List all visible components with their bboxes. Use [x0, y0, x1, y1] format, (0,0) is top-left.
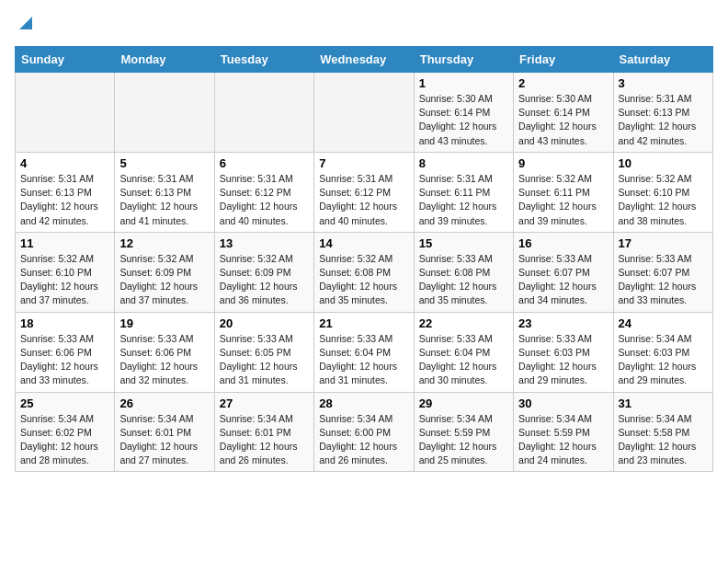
day-info: Sunrise: 5:32 AM Sunset: 6:09 PM Dayligh…: [119, 252, 209, 308]
day-number: 11: [20, 236, 109, 250]
day-info: Sunrise: 5:33 AM Sunset: 6:06 PM Dayligh…: [20, 332, 109, 388]
weekday-header-friday: Friday: [514, 47, 613, 73]
calendar-cell: 18Sunrise: 5:33 AM Sunset: 6:06 PM Dayli…: [16, 312, 115, 392]
logo-arrow-icon: [17, 15, 34, 35]
calendar-cell: 29Sunrise: 5:34 AM Sunset: 5:59 PM Dayli…: [414, 392, 513, 472]
day-number: 25: [20, 396, 109, 410]
page-header: [15, 15, 713, 35]
day-number: 7: [319, 156, 408, 170]
day-info: Sunrise: 5:33 AM Sunset: 6:08 PM Dayligh…: [419, 252, 508, 308]
weekday-header-saturday: Saturday: [613, 47, 712, 73]
day-info: Sunrise: 5:31 AM Sunset: 6:12 PM Dayligh…: [220, 172, 309, 228]
day-number: 31: [619, 396, 708, 410]
day-info: Sunrise: 5:31 AM Sunset: 6:12 PM Dayligh…: [319, 172, 408, 228]
week-row-2: 4Sunrise: 5:31 AM Sunset: 6:13 PM Daylig…: [16, 152, 713, 232]
calendar-cell: 21Sunrise: 5:33 AM Sunset: 6:04 PM Dayli…: [314, 312, 414, 392]
weekday-header-row: SundayMondayTuesdayWednesdayThursdayFrid…: [16, 47, 713, 73]
day-number: 27: [220, 396, 309, 410]
day-number: 18: [20, 316, 109, 330]
day-number: 8: [419, 156, 508, 170]
day-info: Sunrise: 5:33 AM Sunset: 6:06 PM Dayligh…: [119, 332, 209, 388]
calendar-cell: 3Sunrise: 5:31 AM Sunset: 6:13 PM Daylig…: [613, 73, 712, 153]
calendar-cell: 14Sunrise: 5:32 AM Sunset: 6:08 PM Dayli…: [314, 232, 414, 312]
day-info: Sunrise: 5:32 AM Sunset: 6:11 PM Dayligh…: [518, 172, 608, 228]
svg-marker-0: [19, 17, 32, 29]
day-number: 23: [518, 316, 608, 330]
calendar-cell: 7Sunrise: 5:31 AM Sunset: 6:12 PM Daylig…: [314, 152, 414, 232]
day-number: 29: [419, 396, 508, 410]
day-number: 6: [220, 156, 309, 170]
week-row-5: 25Sunrise: 5:34 AM Sunset: 6:02 PM Dayli…: [16, 392, 713, 472]
weekday-header-sunday: Sunday: [16, 47, 115, 73]
calendar-cell: 10Sunrise: 5:32 AM Sunset: 6:10 PM Dayli…: [613, 152, 712, 232]
calendar-cell: 17Sunrise: 5:33 AM Sunset: 6:07 PM Dayli…: [613, 232, 712, 312]
day-info: Sunrise: 5:34 AM Sunset: 6:03 PM Dayligh…: [619, 332, 708, 388]
day-info: Sunrise: 5:32 AM Sunset: 6:08 PM Dayligh…: [319, 252, 408, 308]
calendar-cell: 25Sunrise: 5:34 AM Sunset: 6:02 PM Dayli…: [16, 392, 115, 472]
calendar-cell: 27Sunrise: 5:34 AM Sunset: 6:01 PM Dayli…: [214, 392, 313, 472]
calendar-cell: 15Sunrise: 5:33 AM Sunset: 6:08 PM Dayli…: [414, 232, 513, 312]
calendar-cell: [16, 73, 115, 153]
calendar-cell: 8Sunrise: 5:31 AM Sunset: 6:11 PM Daylig…: [414, 152, 513, 232]
day-number: 28: [319, 396, 408, 410]
day-info: Sunrise: 5:32 AM Sunset: 6:09 PM Dayligh…: [220, 252, 309, 308]
day-number: 12: [119, 236, 209, 250]
week-row-1: 1Sunrise: 5:30 AM Sunset: 6:14 PM Daylig…: [16, 73, 713, 153]
day-info: Sunrise: 5:34 AM Sunset: 5:58 PM Dayligh…: [619, 412, 708, 468]
week-row-4: 18Sunrise: 5:33 AM Sunset: 6:06 PM Dayli…: [16, 312, 713, 392]
day-number: 9: [518, 156, 608, 170]
day-info: Sunrise: 5:33 AM Sunset: 6:03 PM Dayligh…: [518, 332, 608, 388]
day-info: Sunrise: 5:31 AM Sunset: 6:13 PM Dayligh…: [20, 172, 109, 228]
day-info: Sunrise: 5:34 AM Sunset: 6:01 PM Dayligh…: [220, 412, 309, 468]
calendar-cell: 2Sunrise: 5:30 AM Sunset: 6:14 PM Daylig…: [514, 73, 613, 153]
day-number: 14: [319, 236, 408, 250]
day-info: Sunrise: 5:34 AM Sunset: 6:02 PM Dayligh…: [20, 412, 109, 468]
day-info: Sunrise: 5:31 AM Sunset: 6:11 PM Dayligh…: [419, 172, 508, 228]
logo: [15, 15, 34, 35]
weekday-header-monday: Monday: [115, 47, 214, 73]
day-number: 4: [20, 156, 109, 170]
calendar-cell: 24Sunrise: 5:34 AM Sunset: 6:03 PM Dayli…: [613, 312, 712, 392]
day-info: Sunrise: 5:33 AM Sunset: 6:04 PM Dayligh…: [319, 332, 408, 388]
day-number: 2: [518, 76, 608, 90]
day-number: 26: [119, 396, 209, 410]
day-number: 16: [518, 236, 608, 250]
calendar-cell: 28Sunrise: 5:34 AM Sunset: 6:00 PM Dayli…: [314, 392, 414, 472]
day-number: 15: [419, 236, 508, 250]
day-info: Sunrise: 5:30 AM Sunset: 6:14 PM Dayligh…: [518, 92, 608, 148]
weekday-header-wednesday: Wednesday: [314, 47, 414, 73]
calendar-cell: 5Sunrise: 5:31 AM Sunset: 6:13 PM Daylig…: [115, 152, 214, 232]
day-number: 21: [319, 316, 408, 330]
day-number: 24: [619, 316, 708, 330]
calendar-cell: [314, 73, 414, 153]
day-number: 30: [518, 396, 608, 410]
day-info: Sunrise: 5:32 AM Sunset: 6:10 PM Dayligh…: [20, 252, 109, 308]
calendar-cell: 12Sunrise: 5:32 AM Sunset: 6:09 PM Dayli…: [115, 232, 214, 312]
day-number: 13: [220, 236, 309, 250]
day-info: Sunrise: 5:31 AM Sunset: 6:13 PM Dayligh…: [119, 172, 209, 228]
day-info: Sunrise: 5:31 AM Sunset: 6:13 PM Dayligh…: [619, 92, 708, 148]
day-info: Sunrise: 5:33 AM Sunset: 6:07 PM Dayligh…: [518, 252, 608, 308]
calendar-cell: 22Sunrise: 5:33 AM Sunset: 6:04 PM Dayli…: [414, 312, 513, 392]
calendar-cell: 13Sunrise: 5:32 AM Sunset: 6:09 PM Dayli…: [214, 232, 313, 312]
calendar-cell: 11Sunrise: 5:32 AM Sunset: 6:10 PM Dayli…: [16, 232, 115, 312]
weekday-header-tuesday: Tuesday: [214, 47, 313, 73]
day-number: 22: [419, 316, 508, 330]
day-info: Sunrise: 5:33 AM Sunset: 6:05 PM Dayligh…: [220, 332, 309, 388]
calendar-cell: 9Sunrise: 5:32 AM Sunset: 6:11 PM Daylig…: [514, 152, 613, 232]
calendar-cell: 1Sunrise: 5:30 AM Sunset: 6:14 PM Daylig…: [414, 73, 513, 153]
day-info: Sunrise: 5:30 AM Sunset: 6:14 PM Dayligh…: [419, 92, 508, 148]
week-row-3: 11Sunrise: 5:32 AM Sunset: 6:10 PM Dayli…: [16, 232, 713, 312]
day-number: 19: [119, 316, 209, 330]
calendar-cell: 16Sunrise: 5:33 AM Sunset: 6:07 PM Dayli…: [514, 232, 613, 312]
calendar-table: SundayMondayTuesdayWednesdayThursdayFrid…: [15, 46, 713, 472]
calendar-cell: 6Sunrise: 5:31 AM Sunset: 6:12 PM Daylig…: [214, 152, 313, 232]
calendar-cell: [115, 73, 214, 153]
calendar-cell: 20Sunrise: 5:33 AM Sunset: 6:05 PM Dayli…: [214, 312, 313, 392]
weekday-header-thursday: Thursday: [414, 47, 513, 73]
day-number: 5: [119, 156, 209, 170]
day-info: Sunrise: 5:34 AM Sunset: 5:59 PM Dayligh…: [518, 412, 608, 468]
calendar-cell: 30Sunrise: 5:34 AM Sunset: 5:59 PM Dayli…: [514, 392, 613, 472]
day-number: 17: [619, 236, 708, 250]
day-info: Sunrise: 5:34 AM Sunset: 6:01 PM Dayligh…: [119, 412, 209, 468]
